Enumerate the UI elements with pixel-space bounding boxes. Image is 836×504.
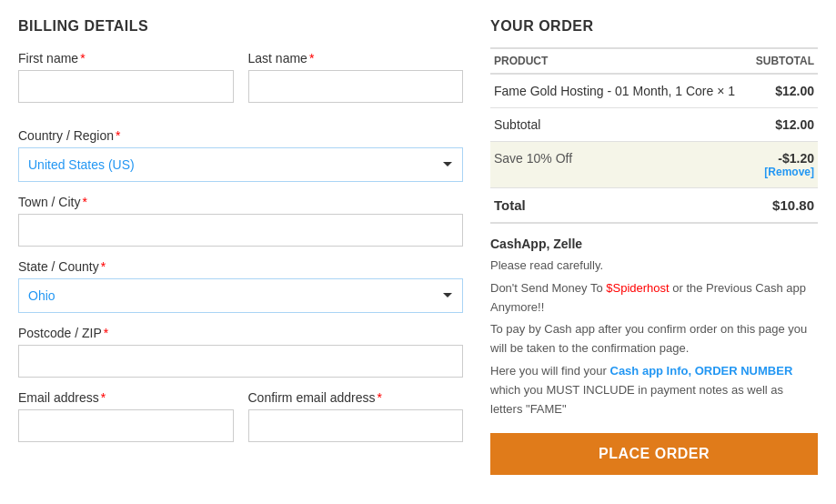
product-row: Fame Gold Hosting - 01 Month, 1 Core × 1… (490, 74, 818, 108)
coupon-discount-value: -$1.20 (778, 151, 814, 166)
payment-line2: Don't Send Money To $Spiderhost or the P… (490, 279, 818, 318)
town-input[interactable] (18, 214, 463, 247)
product-qty: × 1 (717, 84, 735, 98)
state-required: * (101, 259, 106, 274)
subtotal-row: Subtotal $12.00 (490, 108, 818, 142)
payment-title: CashApp, Zelle (490, 237, 818, 251)
order-section: YOUR ORDER PRODUCT SUBTOTAL Fame Gold Ho… (490, 18, 818, 486)
product-col-header: PRODUCT (490, 48, 750, 74)
country-label: Country / Region* (18, 128, 463, 143)
first-name-input[interactable] (18, 70, 234, 103)
email-input[interactable] (18, 409, 234, 442)
last-name-group: Last name* (248, 51, 464, 103)
place-order-button[interactable]: PLACE ORDER (490, 433, 818, 475)
payment-line4: Here you will find your Cash app Info, O… (490, 362, 818, 418)
confirm-email-input[interactable] (248, 409, 464, 442)
confirm-email-group: Confirm email address* (248, 390, 464, 442)
order-table-header: PRODUCT SUBTOTAL (490, 48, 818, 74)
billing-section: BILLING DETAILS First name* Last name* C… (18, 18, 463, 486)
state-group: State / County* Ohio (18, 259, 463, 313)
email-required: * (101, 390, 106, 405)
subtotal-col-header: SUBTOTAL (750, 48, 818, 74)
payment-highlight: $Spiderhost (606, 281, 669, 295)
last-name-label: Last name* (248, 51, 464, 66)
coupon-row: Save 10% Off -$1.20 [Remove] (490, 142, 818, 188)
payment-line1: Please read carefully. (490, 257, 818, 276)
billing-title: BILLING DETAILS (18, 18, 463, 35)
email-row: Email address* Confirm email address* (18, 390, 463, 455)
town-label: Town / City* (18, 195, 463, 209)
payment-section: CashApp, Zelle Please read carefully. Do… (490, 237, 818, 475)
state-select[interactable]: Ohio (18, 278, 463, 313)
coupon-label-cell: Save 10% Off (490, 142, 750, 188)
last-name-input[interactable] (248, 70, 464, 103)
total-value-cell: $10.80 (750, 188, 818, 224)
state-label: State / County* (18, 259, 463, 274)
subtotal-value-cell: $12.00 (750, 108, 818, 142)
first-name-required: * (80, 51, 85, 66)
payment-line3: To pay by Cash app after you confirm ord… (490, 320, 818, 358)
total-row: Total $10.80 (490, 188, 818, 224)
name-row: First name* Last name* (18, 51, 463, 116)
total-label-cell: Total (490, 188, 750, 224)
first-name-group: First name* (18, 51, 234, 103)
order-table: PRODUCT SUBTOTAL Fame Gold Hosting - 01 … (490, 47, 818, 224)
coupon-discount-cell: -$1.20 [Remove] (750, 142, 818, 188)
town-group: Town / City* (18, 195, 463, 247)
payment-link: Cash app Info, ORDER NUMBER (610, 364, 793, 378)
subtotal-label-cell: Subtotal (490, 108, 750, 142)
postcode-group: Postcode / ZIP* (18, 326, 463, 378)
last-name-required: * (309, 51, 314, 66)
email-label: Email address* (18, 390, 234, 405)
email-group: Email address* (18, 390, 234, 442)
country-group: Country / Region* United States (US) (18, 128, 463, 182)
country-select[interactable]: United States (US) (18, 147, 463, 182)
confirm-email-label: Confirm email address* (248, 390, 464, 405)
town-required: * (82, 195, 86, 209)
country-required: * (116, 128, 120, 143)
order-title: YOUR ORDER (490, 18, 818, 35)
confirm-email-required: * (378, 390, 382, 405)
coupon-remove-link[interactable]: [Remove] (753, 166, 814, 178)
first-name-label: First name* (18, 51, 234, 66)
postcode-label: Postcode / ZIP* (18, 326, 463, 340)
postcode-input[interactable] (18, 345, 463, 378)
product-price-cell: $12.00 (750, 74, 818, 108)
postcode-required: * (104, 326, 108, 340)
product-name: Fame Gold Hosting - 01 Month, 1 Core (494, 84, 713, 98)
product-name-cell: Fame Gold Hosting - 01 Month, 1 Core × 1 (490, 74, 750, 108)
